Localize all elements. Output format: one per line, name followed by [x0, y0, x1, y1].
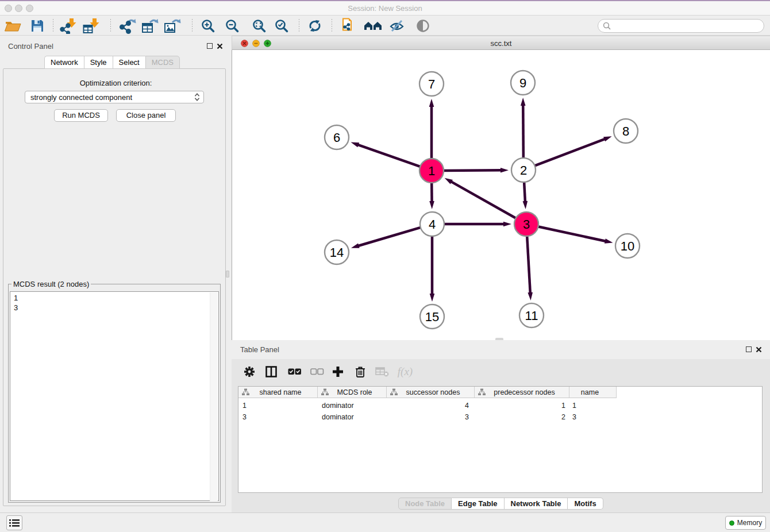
control-panel-float-button[interactable] [207, 43, 213, 49]
show-columns-button[interactable] [264, 364, 279, 379]
import-network-button[interactable] [58, 17, 79, 34]
memory-button[interactable]: Memory [725, 516, 766, 530]
delete-table-button[interactable] [375, 364, 390, 379]
refresh-button[interactable] [305, 17, 325, 34]
cell-MCDS-role: dominator [318, 400, 387, 411]
zoom-fit-button[interactable] [249, 17, 270, 34]
column-header-shared-name[interactable]: shared name [238, 387, 318, 398]
delete-column-button[interactable] [353, 364, 368, 379]
home-button[interactable] [363, 17, 383, 34]
table-tab-node-table[interactable]: Node Table [398, 498, 452, 510]
graph-node-label-3: 3 [523, 217, 530, 232]
control-tab-style[interactable]: Style [84, 56, 113, 69]
cell-predecessor-nodes: 2 [475, 411, 569, 423]
select-all-button[interactable] [287, 364, 302, 379]
export-image-button[interactable] [162, 17, 183, 34]
function-builder-button[interactable]: f(x) [395, 364, 415, 379]
tree-icon [321, 388, 329, 396]
fx-icon: f(x) [398, 365, 413, 378]
plus-icon [332, 366, 344, 377]
table-row-1[interactable]: 1dominator411 [238, 400, 617, 411]
duplicate-network-button[interactable] [337, 17, 358, 34]
control-tab-mcds[interactable]: MCDS [145, 56, 180, 69]
network-window-title: scc.txt [232, 39, 770, 48]
column-header-predecessor-nodes[interactable]: predecessor nodes [475, 387, 569, 398]
open-session-button[interactable] [2, 17, 23, 34]
tree-icon [390, 388, 398, 396]
graph-edge-2-8[interactable] [534, 139, 606, 167]
column-header-successor-nodes[interactable]: successor nodes [387, 387, 475, 398]
graph-arrowhead-2-8 [603, 136, 612, 141]
graph-arrowhead-1-2 [500, 168, 509, 173]
graph-edge-1-6[interactable] [357, 145, 421, 167]
graph-arrowhead-2-9 [521, 98, 526, 106]
graph-arrowhead-1-4 [429, 201, 434, 209]
table-tab-edge-table[interactable]: Edge Table [452, 498, 504, 510]
mcds-result-scrollbar[interactable] [210, 292, 218, 501]
graph-edge-1-2[interactable] [442, 170, 502, 171]
zoom-in-button[interactable] [198, 17, 218, 34]
unselect-all-button[interactable] [310, 364, 325, 379]
memory-status-icon [729, 521, 734, 526]
table-settings-button[interactable] [242, 364, 257, 379]
graph-arrowhead-2-3 [523, 201, 528, 209]
graph-node-label-1: 1 [428, 164, 435, 178]
control-tab-select[interactable]: Select [113, 56, 145, 69]
mcds-result-text[interactable]: 1 3 [10, 291, 219, 501]
network-canvas[interactable]: 7968124314101511 [232, 50, 770, 340]
column-header-MCDS-role[interactable]: MCDS role [318, 387, 387, 398]
import-table-button[interactable] [81, 17, 102, 34]
memory-label: Memory [737, 519, 762, 527]
graph-arrowhead-4-15 [430, 294, 435, 302]
graph-edge-2-9[interactable] [523, 105, 523, 159]
run-mcds-button[interactable]: Run MCDS [54, 109, 108, 122]
toolbar-separator [53, 19, 53, 33]
task-history-button[interactable] [6, 515, 22, 530]
graph-arrowhead-1-6 [351, 142, 360, 148]
node-table-header: shared nameMCDS rolesuccessor nodesprede… [238, 387, 617, 399]
show-details-button[interactable] [413, 17, 433, 34]
graph-arrowhead-3-10 [605, 238, 613, 243]
zoom-out-icon [225, 18, 240, 33]
left-pane-divider-handle[interactable] [226, 271, 229, 277]
graph-edge-2-3[interactable] [524, 181, 525, 202]
optimization-criterion-select[interactable]: strongly connected component [25, 91, 204, 103]
graph-edge-4-14[interactable] [357, 227, 421, 246]
close-panel-button[interactable]: Close panel [116, 109, 176, 122]
column-header-name[interactable]: name [569, 387, 617, 398]
search-input[interactable] [598, 19, 764, 33]
graph-node-label-8: 8 [622, 124, 629, 138]
table-row-3[interactable]: 3dominator323 [238, 411, 617, 423]
graph-node-label-7: 7 [428, 77, 435, 91]
graph-edge-3-11[interactable] [527, 235, 530, 294]
unselect-all-icon [310, 368, 324, 376]
table-tab-motifs[interactable]: Motifs [568, 498, 603, 510]
table-panel-float-button[interactable] [746, 346, 752, 352]
hide-graphics-button[interactable] [387, 17, 407, 34]
control-tab-network[interactable]: Network [44, 56, 84, 69]
control-panel-close-button[interactable] [217, 43, 223, 49]
cell-name: 3 [569, 411, 617, 423]
add-column-button[interactable] [330, 364, 345, 379]
mcds-result-box: MCDS result (2 nodes) 1 3 [8, 284, 221, 503]
zoom-fit-icon [252, 18, 267, 33]
toolbar-separator [299, 19, 299, 33]
export-network-button[interactable] [117, 17, 138, 34]
graph-edge-3-10[interactable] [537, 226, 606, 241]
select-stepper-icon [192, 92, 202, 102]
save-session-button[interactable] [27, 17, 48, 34]
window-title: Session: New Session [0, 4, 770, 13]
cell-successor-nodes: 4 [387, 400, 475, 411]
zoom-in-icon [201, 18, 215, 33]
table-panel-close-button[interactable] [756, 346, 762, 353]
table-tab-network-table[interactable]: Network Table [505, 498, 568, 510]
cell-MCDS-role: dominator [318, 411, 387, 423]
export-table-button[interactable] [140, 17, 160, 34]
zoom-out-button[interactable] [222, 17, 242, 34]
list-icon [9, 519, 20, 527]
toolbar-separator [110, 19, 111, 33]
graph-edge-3-1[interactable] [451, 182, 517, 219]
zoom-selected-button[interactable] [271, 17, 292, 34]
graph-node-label-6: 6 [333, 130, 340, 145]
graph-node-label-10: 10 [621, 239, 634, 253]
